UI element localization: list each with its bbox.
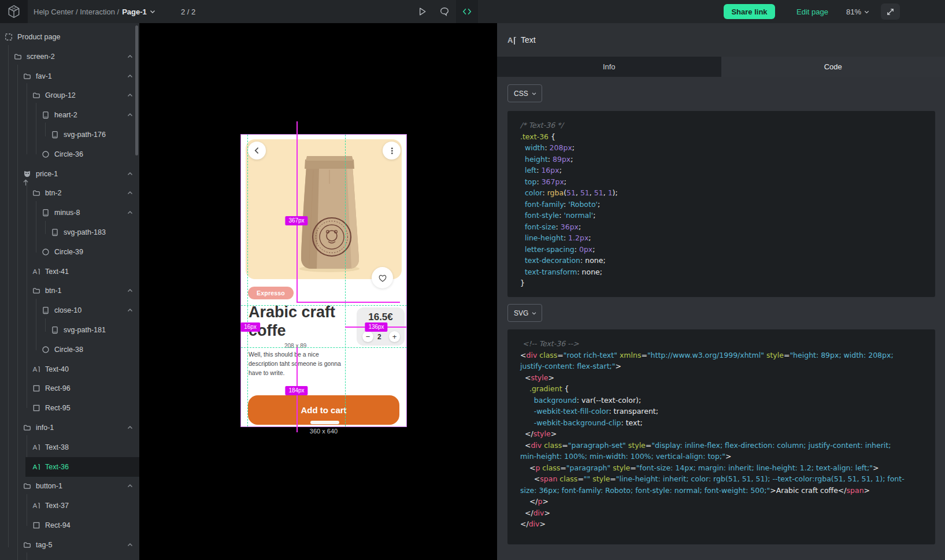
- folder-icon: [23, 424, 31, 432]
- layer-item-circle-39[interactable]: Circle-39: [0, 244, 139, 260]
- layer-item-rect-95[interactable]: Rect-95: [0, 400, 139, 416]
- layer-item-fav-1[interactable]: fav-1: [0, 68, 139, 84]
- layer-item-screen-2[interactable]: screen-2: [0, 49, 139, 65]
- layer-label: btn-1: [45, 287, 62, 295]
- layer-item-btn-1[interactable]: btn-1: [0, 283, 139, 299]
- layer-item-close-10[interactable]: close-10: [0, 302, 139, 318]
- svgfile-icon: [42, 306, 50, 314]
- code-line: -webkit-background-clip: text;: [520, 417, 922, 429]
- layer-item-heart-2[interactable]: heart-2: [0, 107, 139, 123]
- collapse-chevron-icon[interactable]: [127, 92, 134, 101]
- layer-item-text-40[interactable]: AText-40: [0, 361, 139, 377]
- share-link-button[interactable]: Share link: [724, 4, 775, 19]
- layer-item-group-12[interactable]: Group-12: [0, 87, 139, 103]
- layer-item-btn-2[interactable]: btn-2: [0, 185, 139, 201]
- layer-item-text-41[interactable]: AText-41: [0, 264, 139, 280]
- phone-frame[interactable]: Expresso Arabic craft coffe 208 x 89 Wel…: [241, 135, 406, 427]
- chevron-left-icon: [253, 147, 261, 154]
- svgfile-icon: [51, 228, 59, 236]
- code-line: }: [520, 277, 922, 289]
- layer-label: Circle-38: [54, 346, 83, 354]
- quantity-increase-button[interactable]: +: [389, 331, 400, 342]
- sidebar-scrollbar[interactable]: [135, 25, 138, 155]
- menu-button[interactable]: [383, 142, 401, 160]
- layer-label: button-1: [36, 482, 62, 490]
- code-line: -webkit-text-fill-color: transparent;: [520, 406, 922, 417]
- page-counter: 2 / 2: [181, 0, 195, 23]
- layer-item-circle-38[interactable]: Circle-38: [0, 342, 139, 358]
- layer-item-product page[interactable]: Product page: [0, 29, 139, 45]
- collapse-chevron-icon[interactable]: [127, 170, 134, 179]
- layer-item-rect-94[interactable]: Rect-94: [0, 517, 139, 533]
- svg-code-block[interactable]: <!-- Text-36 --><div class="root rich-te…: [507, 329, 935, 544]
- css-code-block[interactable]: /* Text-36 */.text-36 { width: 208px; he…: [507, 111, 935, 297]
- layer-item-button-1[interactable]: button-1: [0, 478, 139, 494]
- code-mode-button[interactable]: [456, 0, 478, 23]
- tab-info[interactable]: Info: [497, 57, 721, 77]
- collapse-chevron-icon[interactable]: [127, 424, 134, 433]
- layer-label: Text-38: [45, 443, 69, 451]
- folder-icon: [23, 72, 31, 80]
- layer-item-svg-path-176[interactable]: svg-path-176: [0, 127, 139, 143]
- code-line: width: 208px;: [520, 142, 922, 154]
- frame-icon: [5, 33, 13, 41]
- layer-item-price-1[interactable]: price-1: [0, 166, 139, 182]
- layer-item-circle-36[interactable]: Circle-36: [0, 146, 139, 162]
- collapse-chevron-icon[interactable]: [127, 53, 134, 62]
- design-canvas[interactable]: Expresso Arabic craft coffe 208 x 89 Wel…: [139, 23, 497, 560]
- product-tag-badge: Expresso: [248, 287, 294, 299]
- layer-item-tag-5[interactable]: tag-5: [0, 537, 139, 553]
- layer-item-minus-8[interactable]: minus-8: [0, 205, 139, 221]
- layer-label: minus-8: [54, 209, 80, 217]
- code-line: <p class="paragraph" style="font-size: 1…: [520, 462, 922, 474]
- circle-icon: [42, 248, 50, 256]
- layers-sidebar: Product pagescreen-2fav-1Group-12heart-2…: [0, 23, 139, 560]
- layer-item-info-1[interactable]: info-1: [0, 420, 139, 436]
- edit-page-link[interactable]: Edit page: [796, 0, 828, 23]
- collapse-chevron-icon[interactable]: [127, 209, 134, 218]
- code-line: <!-- Text-36 -->: [520, 338, 922, 350]
- layer-item-svg-path-183[interactable]: svg-path-183: [0, 224, 139, 240]
- layer-item-text-37[interactable]: AText-37: [0, 498, 139, 514]
- collapse-chevron-icon[interactable]: [127, 73, 134, 81]
- price-value: 16.5€: [357, 311, 405, 323]
- zoom-level-control[interactable]: 81%: [846, 0, 870, 23]
- square-icon: [32, 404, 40, 412]
- code-line: <span class="" style="line-height: inher…: [520, 473, 922, 485]
- zoom-level-value: 81%: [846, 8, 861, 16]
- collapse-chevron-icon[interactable]: [127, 287, 134, 296]
- code-line: left: 16px;: [520, 165, 922, 176]
- product-title: Arabic craft coffe: [249, 303, 348, 340]
- svg-text:A: A: [33, 443, 38, 451]
- collapse-chevron-icon[interactable]: [127, 112, 134, 120]
- layer-item-rect-96[interactable]: Rect-96: [0, 380, 139, 396]
- fullscreen-button[interactable]: [881, 3, 900, 20]
- app-logo[interactable]: [0, 0, 28, 23]
- svg-format-dropdown[interactable]: SVG: [507, 304, 542, 322]
- tab-code[interactable]: Code: [721, 57, 945, 77]
- layer-item-text-38[interactable]: AText-38: [0, 439, 139, 455]
- layer-item-svg-path-181[interactable]: svg-path-181: [0, 322, 139, 338]
- quantity-decrease-button[interactable]: −: [362, 331, 373, 342]
- breadcrumb-path: Help Center / Interaction /: [34, 8, 119, 16]
- layer-label: Rect-95: [45, 404, 71, 412]
- chat-bubble-icon: [439, 6, 450, 17]
- breadcrumb[interactable]: Help Center / Interaction / Page-1: [34, 0, 156, 23]
- back-button[interactable]: [248, 142, 266, 160]
- favorite-button[interactable]: [372, 267, 393, 288]
- top-bar: Help Center / Interaction / Page-1 2 / 2…: [0, 0, 945, 23]
- code-line: font-size: 36px;: [520, 221, 922, 233]
- cube-logo-icon: [6, 4, 21, 19]
- collapse-chevron-icon[interactable]: [127, 542, 134, 550]
- layer-label: btn-2: [45, 189, 62, 197]
- layer-label: heart-2: [54, 111, 77, 119]
- play-button[interactable]: [411, 0, 433, 23]
- layer-label: Circle-36: [54, 150, 83, 158]
- collapse-chevron-icon[interactable]: [127, 190, 134, 198]
- layer-item-text-36[interactable]: AText-36: [0, 459, 139, 475]
- comments-button[interactable]: [433, 0, 455, 23]
- layer-label: Rect-96: [45, 384, 71, 392]
- collapse-chevron-icon[interactable]: [127, 307, 134, 316]
- collapse-chevron-icon[interactable]: [127, 483, 134, 491]
- css-format-dropdown[interactable]: CSS: [507, 84, 542, 102]
